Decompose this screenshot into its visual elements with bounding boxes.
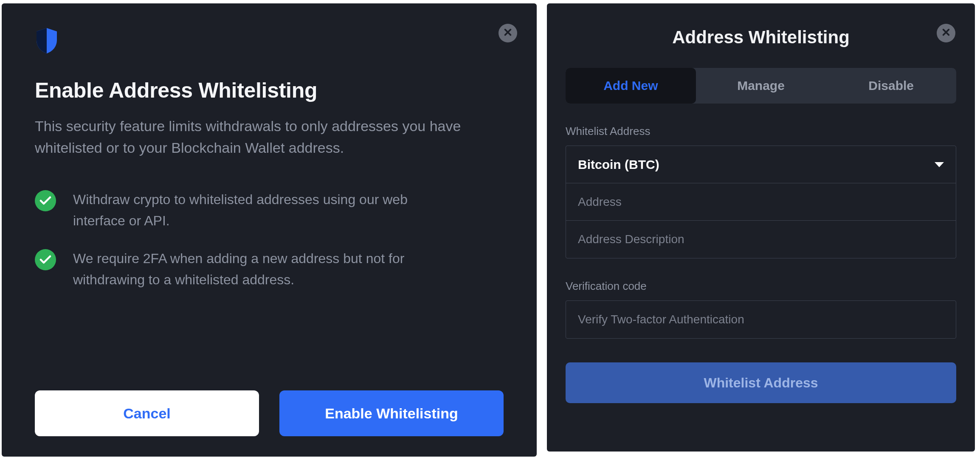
close-button[interactable] [498,24,517,42]
whitelist-address-label: Whitelist Address [566,125,956,138]
whitelist-field-group: Bitcoin (BTC) [566,146,956,258]
close-button[interactable] [937,24,955,42]
check-icon [35,249,56,270]
shield-icon [35,27,59,54]
enable-whitelisting-modal: Enable Address Whitelisting This securit… [2,3,537,457]
modal-subtitle: This security feature limits withdrawals… [35,115,481,159]
feature-list: Withdraw crypto to whitelisted addresses… [35,189,504,290]
two-factor-input[interactable] [566,301,956,338]
whitelist-address-button[interactable]: Whitelist Address [566,362,956,403]
tab-add-new[interactable]: Add New [566,68,696,104]
close-icon [941,28,951,39]
feature-text: Withdraw crypto to whitelisted addresses… [73,189,447,231]
cancel-button[interactable]: Cancel [35,390,259,436]
feature-item: We require 2FA when adding a new address… [35,248,504,290]
verification-field-group [566,300,956,339]
verification-code-label: Verification code [566,280,956,293]
currency-select[interactable]: Bitcoin (BTC) [566,146,956,183]
address-whitelisting-panel: Address Whitelisting Add New Manage Disa… [547,3,975,452]
enable-whitelisting-button[interactable]: Enable Whitelisting [279,390,504,436]
currency-selected-value: Bitcoin (BTC) [578,157,659,172]
canvas: Enable Address Whitelisting This securit… [0,0,980,460]
tab-disable[interactable]: Disable [826,68,956,104]
chevron-down-icon [935,162,944,167]
address-description-input[interactable] [566,221,956,258]
panel-title: Address Whitelisting [566,27,956,48]
button-row: Cancel Enable Whitelisting [35,390,504,436]
feature-item: Withdraw crypto to whitelisted addresses… [35,189,504,231]
tab-bar: Add New Manage Disable [566,68,956,104]
feature-text: We require 2FA when adding a new address… [73,248,447,290]
check-icon [35,190,56,211]
tab-manage[interactable]: Manage [696,68,826,104]
modal-title: Enable Address Whitelisting [35,78,504,103]
close-icon [503,28,513,39]
address-input[interactable] [566,183,956,221]
